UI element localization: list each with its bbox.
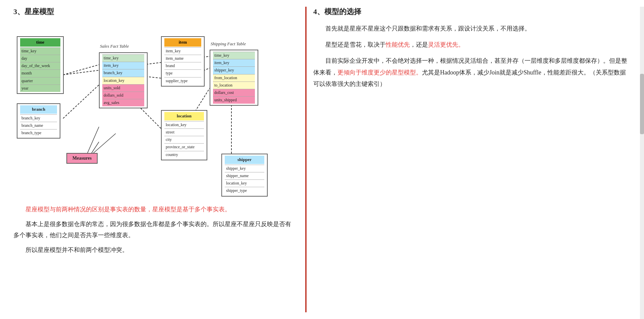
para-red-1: 星座模型与前两种情况的区别是事实表的数量，星座模型是基于多个事实表。	[13, 204, 292, 215]
shf-row-1: time_key	[213, 52, 255, 59]
measures-box: Measures	[66, 153, 98, 164]
shipper-row-1: shipper_key	[225, 165, 264, 172]
sales-fact-box: time_key item_key branch_key location_ke…	[99, 52, 148, 108]
loc-row-3: city	[164, 136, 204, 143]
time-row-2: day	[20, 55, 60, 62]
highlight-flexible: 灵活更优先。	[428, 41, 464, 48]
shf-row-7: units_shipped	[213, 96, 255, 104]
sf-row-2: item_key	[102, 62, 144, 69]
loc-row-2: street	[164, 128, 204, 136]
loc-row-5: country	[164, 151, 204, 158]
branch-row-1: branch_key	[20, 114, 57, 122]
item-header: item	[164, 38, 201, 47]
time-row-4: month	[20, 69, 60, 77]
left-title: 3、星座模型	[13, 7, 292, 17]
time-row-5: quarter	[20, 77, 60, 85]
para-3: 所以星座模型并不和前两个模型冲突。	[13, 245, 292, 255]
scrollbar[interactable]	[640, 7, 644, 319]
shipper-row-4: shipper_type	[225, 187, 264, 194]
shipper-row-3: location_key	[225, 179, 264, 187]
shf-row-3: shipper_key	[213, 66, 255, 74]
time-row-3: day_of_the_week	[20, 62, 60, 69]
right-section: 4、模型的选择 首先就是星座不星座这个只跟数据和需求有关系，跟设计没关系，不用选…	[305, 7, 644, 312]
time-header: time	[20, 38, 60, 47]
time-box: time time_key day day_of_the_week month …	[17, 36, 64, 94]
sf-row-1: time_key	[102, 54, 144, 62]
branch-row-2: branch_name	[20, 122, 57, 129]
sf-row-4: location_key	[102, 77, 144, 84]
item-row-5: supplier_type	[164, 77, 201, 85]
location-header: location	[164, 112, 204, 120]
loc-row-1: location_key	[164, 121, 204, 128]
sf-row-5: units_sold	[102, 84, 144, 92]
sf-row-7: avg_sales	[102, 99, 144, 106]
scroll-thumb[interactable]	[640, 74, 644, 134]
sf-row-6: dollars_sold	[102, 92, 144, 99]
sf-row-3: branch_key	[102, 69, 144, 76]
shipping-fact-label: Shipping Fact Table	[211, 41, 246, 47]
svg-line-4	[63, 85, 99, 118]
time-row-1: time_key	[20, 47, 60, 55]
right-para-2: 星型还是雪花，取决于性能优先，还是灵活更优先。	[313, 39, 631, 50]
svg-line-0	[63, 65, 99, 75]
right-para-3: 目前实际企业开发中，不会绝对选择一种，根据情况灵活组合，甚至并存（一层维度和多层…	[313, 55, 631, 90]
highlight-performance: 性能优先	[386, 41, 410, 48]
measures-label: Measures	[72, 156, 92, 161]
branch-box: branch branch_key branch_name branch_typ…	[17, 103, 60, 139]
shipping-fact-box: time_key item_key shipper_key from_locat…	[210, 50, 258, 106]
sales-fact-label: Sales Fact Table	[100, 44, 129, 49]
item-row-1: item_key	[164, 47, 201, 55]
highlight-star: 更倾向于维度更少的星型模型。	[337, 69, 422, 76]
shipper-row-2: shipper_name	[225, 172, 264, 179]
shf-row-2: item_key	[213, 59, 255, 66]
shipper-header: shipper	[225, 156, 264, 164]
location-box: location location_key street city provin…	[161, 110, 207, 160]
loc-row-4: province_or_state	[164, 143, 204, 151]
shf-row-5: to_location	[213, 82, 255, 89]
item-box: item item_key item_name brand type suppl…	[161, 36, 205, 87]
left-section: 3、星座模型	[13, 7, 302, 312]
page-container: 3、星座模型	[0, 0, 644, 319]
item-row-3: brand	[164, 62, 201, 69]
branch-header: branch	[20, 105, 57, 114]
shf-row-6: dollars_cost	[213, 89, 255, 96]
time-row-6: year	[20, 85, 60, 92]
shf-row-4: from_location	[213, 74, 255, 82]
diagram-area: time time_key day day_of_the_week month …	[13, 23, 288, 197]
right-title: 4、模型的选择	[313, 7, 631, 17]
item-row-4: type	[164, 69, 201, 77]
branch-row-3: branch_type	[20, 129, 57, 137]
para-2: 基本上是很多数据仓库的常态，因为很多数据仓库都是多个事实表的。所以星座不星座只反…	[13, 219, 292, 241]
svg-line-8	[87, 127, 99, 154]
shipper-box: shipper shipper_key shipper_name locatio…	[221, 154, 268, 197]
right-para-1: 首先就是星座不星座这个只跟数据和需求有关系，跟设计没关系，不用选择。	[313, 23, 631, 34]
item-row-2: item_name	[164, 55, 201, 62]
